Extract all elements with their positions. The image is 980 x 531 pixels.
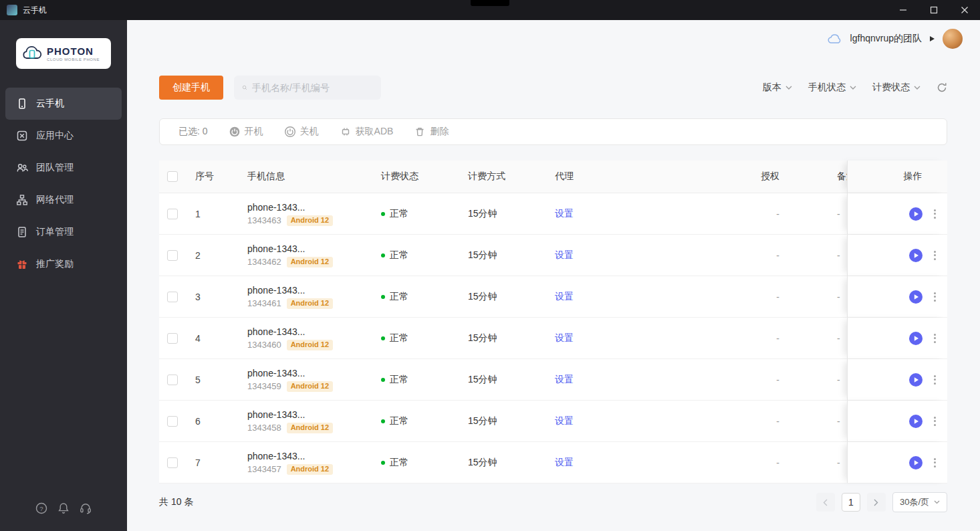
toolbar: 创建手机 版本 手机状态	[159, 76, 947, 100]
row-checkbox[interactable]	[167, 375, 178, 385]
phone-table: 序号 手机信息 计费状态 计费方式 代理 授权 备注 操作	[159, 161, 947, 484]
sidebar-item-referral-rewards[interactable]: 推广奖励	[0, 248, 127, 280]
billing-mode-cell: 15分钟	[468, 249, 555, 261]
close-button[interactable]	[949, 0, 980, 20]
maximize-button[interactable]	[918, 0, 949, 20]
filter-billing-status[interactable]: 计费状态	[872, 82, 921, 94]
play-button[interactable]	[909, 415, 923, 428]
billing-status-cell: 正常	[381, 415, 468, 427]
proxy-settings-link[interactable]: 设置	[555, 374, 574, 385]
app-center-icon	[16, 130, 28, 142]
delete-button[interactable]: 删除	[414, 126, 449, 138]
sidebar-item-cloud-phone[interactable]: 云手机	[5, 88, 122, 120]
power-off-button[interactable]: 关机	[285, 126, 319, 138]
more-actions-button[interactable]	[933, 373, 937, 387]
billing-mode-cell: 15分钟	[468, 291, 555, 303]
sidebar-item-network-proxy[interactable]: 网络代理	[0, 184, 127, 216]
play-button[interactable]	[909, 290, 923, 304]
header-label: 手机信息	[247, 171, 381, 183]
batch-action-bar: 已选: 0 开机 关机 获取ADB 删除	[159, 118, 947, 145]
row-checkbox-cell	[159, 209, 195, 219]
phone-serial: 1343463	[247, 215, 281, 225]
next-page-button[interactable]	[867, 493, 886, 512]
more-actions-button[interactable]	[933, 456, 937, 469]
phone-meta: 1343458 Android 12	[247, 423, 381, 433]
status-text: 正常	[390, 208, 408, 220]
android-version-badge: Android 12	[287, 298, 333, 309]
sidebar-item-team[interactable]: 团队管理	[0, 152, 127, 184]
status-text: 正常	[390, 332, 408, 344]
chevron-down-icon	[934, 500, 940, 504]
current-page[interactable]: 1	[842, 493, 860, 512]
more-actions-button[interactable]	[933, 249, 937, 262]
help-icon[interactable]: ?	[35, 502, 48, 515]
row-checkbox[interactable]	[167, 457, 178, 468]
phone-serial: 1343457	[247, 464, 281, 474]
avatar[interactable]	[943, 29, 963, 49]
proxy-settings-link[interactable]: 设置	[555, 249, 574, 260]
search-box	[234, 76, 381, 100]
row-checkbox-cell	[159, 250, 195, 261]
play-button[interactable]	[909, 456, 923, 469]
row-checkbox[interactable]	[167, 416, 178, 427]
phone-serial: 1343460	[247, 340, 281, 350]
proxy-settings-link[interactable]: 设置	[555, 332, 574, 343]
search-input[interactable]	[252, 82, 373, 93]
more-actions-button[interactable]	[933, 290, 937, 304]
sidebar-item-orders[interactable]: 订单管理	[0, 216, 127, 248]
phone-info-cell: phone-1343... 1343463 Android 12	[247, 202, 381, 226]
cloud-phone-logo-icon	[22, 45, 42, 62]
row-checkbox[interactable]	[167, 333, 178, 344]
row-checkbox[interactable]	[167, 250, 178, 261]
proxy-settings-link[interactable]: 设置	[555, 208, 574, 219]
filter-phone-status[interactable]: 手机状态	[808, 82, 856, 94]
row-checkbox-cell	[159, 416, 195, 427]
play-button[interactable]	[909, 249, 923, 262]
more-actions-button[interactable]	[933, 207, 937, 221]
select-all-checkbox[interactable]	[167, 171, 178, 182]
proxy-settings-link[interactable]: 设置	[555, 291, 574, 302]
row-checkbox[interactable]	[167, 292, 178, 302]
create-phone-button[interactable]: 创建手机	[159, 76, 223, 100]
play-button[interactable]	[909, 373, 923, 387]
team-name[interactable]: lgfhqnvrup的团队	[850, 33, 922, 45]
auth-cell: -	[706, 292, 793, 302]
play-button[interactable]	[909, 207, 923, 221]
power-on-button[interactable]: 开机	[229, 126, 263, 138]
status-dot	[381, 295, 385, 299]
get-adb-button[interactable]: 获取ADB	[340, 126, 394, 138]
prev-page-button[interactable]	[816, 493, 835, 512]
close-icon	[961, 6, 969, 14]
more-actions-button[interactable]	[933, 415, 937, 428]
sidebar-item-app-center[interactable]: 应用中心	[0, 120, 127, 152]
proxy-cell: 设置	[555, 457, 706, 469]
row-actions	[847, 193, 947, 234]
row-index: 4	[195, 333, 247, 344]
page-size-select[interactable]: 30条/页	[892, 492, 947, 512]
phone-name: phone-1343...	[247, 368, 381, 379]
table-row: 5 phone-1343... 1343459 Android 12	[159, 359, 947, 401]
billing-status-cell: 正常	[381, 374, 468, 386]
filter-version[interactable]: 版本	[763, 82, 792, 94]
row-checkbox[interactable]	[167, 209, 178, 219]
refresh-icon[interactable]	[937, 82, 947, 93]
headset-icon[interactable]	[79, 502, 92, 515]
auth-cell: -	[706, 250, 793, 261]
sidebar-menu: 云手机 应用中心 团队管理 网络代理 订单管理	[0, 88, 127, 280]
proxy-cell: 设置	[555, 208, 706, 220]
titlebar: 云手机	[0, 0, 980, 20]
status-dot	[381, 253, 385, 257]
row-actions	[847, 401, 947, 441]
phone-meta: 1343459 Android 12	[247, 381, 381, 392]
proxy-settings-link[interactable]: 设置	[555, 457, 574, 467]
action-label: 删除	[430, 126, 449, 138]
proxy-settings-link[interactable]: 设置	[555, 415, 574, 426]
more-actions-button[interactable]	[933, 332, 937, 345]
bell-icon[interactable]	[57, 502, 70, 515]
play-button[interactable]	[909, 332, 923, 345]
action-label: 关机	[300, 126, 319, 138]
minimize-button[interactable]	[888, 0, 918, 20]
row-actions	[847, 276, 947, 317]
proxy-cell: 设置	[555, 249, 706, 261]
arrow-right-icon[interactable]	[930, 36, 935, 41]
